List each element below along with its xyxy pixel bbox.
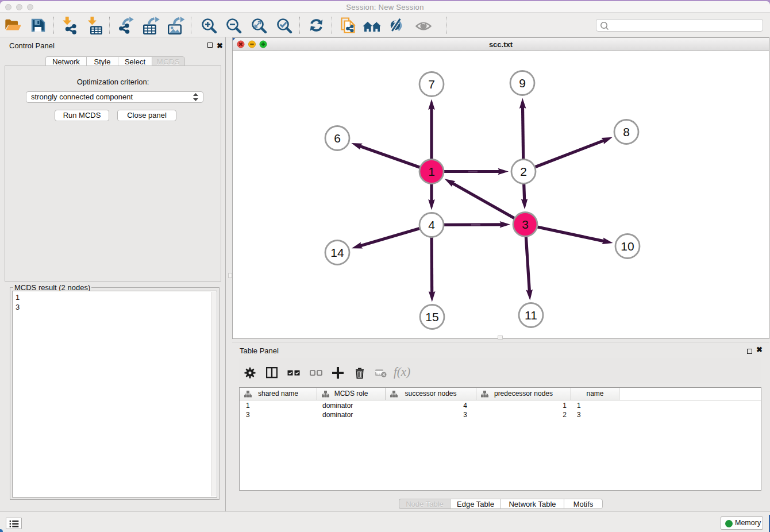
svg-text:11: 11 bbox=[525, 309, 537, 322]
svg-text:3: 3 bbox=[522, 218, 529, 231]
svg-text:14: 14 bbox=[330, 246, 344, 259]
svg-text:1: 1 bbox=[428, 165, 435, 178]
svg-text:2: 2 bbox=[520, 165, 527, 178]
svg-text:10: 10 bbox=[621, 240, 634, 253]
svg-text:f(x): f(x) bbox=[394, 367, 410, 379]
svg-text:9: 9 bbox=[519, 76, 526, 90]
svg-text:7: 7 bbox=[428, 78, 435, 91]
svg-text:6: 6 bbox=[334, 132, 341, 145]
svg-text:4: 4 bbox=[428, 218, 435, 232]
svg-text:8: 8 bbox=[623, 125, 630, 138]
svg-text:15: 15 bbox=[425, 310, 438, 323]
